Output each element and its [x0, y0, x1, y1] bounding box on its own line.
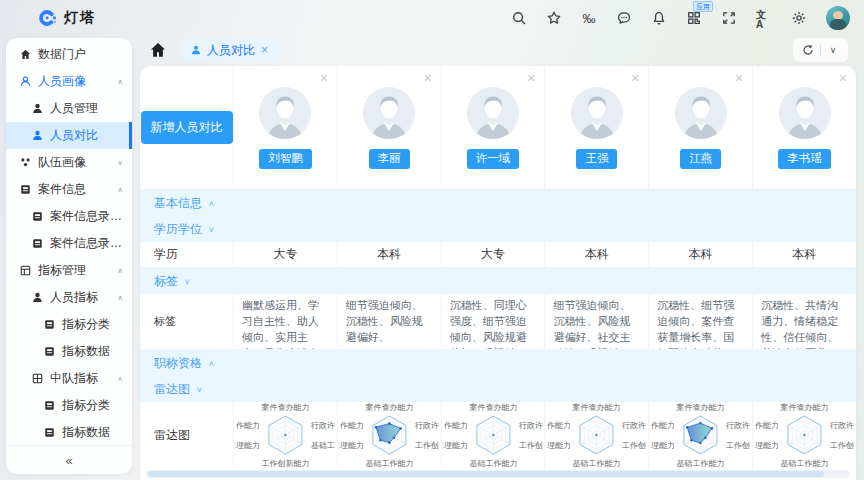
sidebar-item-0[interactable]: 数据门户: [6, 41, 132, 68]
sidebar-item-6[interactable]: 案件信息录入（中...: [6, 203, 132, 230]
svg-text:理能力: 理能力: [340, 441, 364, 450]
fullscreen-icon[interactable]: [721, 10, 737, 26]
svg-text:案件查办能力: 案件查办能力: [573, 403, 621, 412]
sidebar-item-13[interactable]: 指标分类: [6, 392, 132, 419]
sidebar-item-4[interactable]: 队伍画像∨: [6, 149, 132, 176]
chevron-down-icon[interactable]: ∨: [821, 42, 845, 58]
scrollbar-thumb[interactable]: [148, 471, 824, 477]
svg-text:行政许: 行政许: [725, 421, 750, 430]
topbar-actions: ‰应用文A: [511, 6, 850, 30]
sidebar-item-9[interactable]: 人员指标∧: [6, 284, 132, 311]
section-education-degree[interactable]: 学历学位 ∨: [140, 216, 856, 242]
settings-icon[interactable]: [791, 10, 807, 26]
section-titles-qualifications[interactable]: 职称资格 ∧: [140, 350, 856, 376]
education-value: 大专: [234, 242, 338, 267]
sidebar-item-10[interactable]: 指标分类: [6, 311, 132, 338]
svg-text:理能力: 理能力: [651, 441, 675, 450]
sidebar-item-1[interactable]: 人员画像∧: [6, 68, 132, 95]
tab-label: 人员对比: [207, 42, 255, 59]
sidebar-item-14[interactable]: 指标数据: [6, 419, 132, 445]
case-icon: [43, 399, 56, 412]
tags-value: 沉稳性、共情沟通力、情绪稳定性、信任倾向、普法宣传覆盖率、: [753, 294, 856, 349]
education-value: 大专: [442, 242, 546, 267]
person-name-badge[interactable]: 刘智鹏: [259, 149, 312, 169]
sidebar-item-label: 指标管理: [38, 262, 86, 279]
section-tags[interactable]: 标签 ∨: [140, 268, 856, 294]
remove-person-icon[interactable]: ×: [839, 71, 847, 85]
remove-person-icon[interactable]: ×: [320, 71, 328, 85]
svg-text:理能力: 理能力: [755, 441, 779, 450]
education-value: 本科: [649, 242, 753, 267]
person-name-badge[interactable]: 李书瑶: [778, 149, 831, 169]
sidebar-item-label: 指标数据: [62, 424, 110, 441]
sidebar-collapse-button[interactable]: «: [6, 445, 132, 474]
svg-text:工作创新能力: 工作创新能力: [261, 459, 309, 468]
svg-text:工作创: 工作创: [830, 441, 854, 450]
person-icon: [190, 44, 202, 56]
horizontal-scrollbar[interactable]: [146, 470, 850, 478]
sidebar-item-11[interactable]: 指标数据: [6, 338, 132, 365]
search-icon[interactable]: [511, 10, 527, 26]
sidebar-item-label: 人员指标: [50, 289, 98, 306]
chevron-up-icon: ∧: [208, 359, 215, 368]
star-icon[interactable]: [546, 10, 562, 26]
tab-person-compare[interactable]: 人员对比 ×: [180, 39, 278, 61]
user-icon: [31, 129, 44, 142]
bell-icon[interactable]: [651, 10, 667, 26]
sidebar-item-7[interactable]: 案件信息录入（人...: [6, 230, 132, 257]
svg-text:理能力: 理能力: [444, 441, 468, 450]
svg-text:案件查办能力: 案件查办能力: [365, 403, 413, 412]
add-person-compare-button[interactable]: 新增人员对比: [141, 111, 233, 144]
person-avatar: [570, 86, 624, 140]
sidebar: 数据门户人员画像∧人员管理人员对比队伍画像∨案件信息∧案件信息录入（中...案件…: [6, 38, 132, 474]
chevron-up-icon: ∧: [117, 186, 123, 194]
radar-chart-1: 案件查办能力行政许工作创基础工作能力理能力作能力: [338, 402, 442, 468]
chat-icon[interactable]: [616, 10, 632, 26]
remove-person-icon[interactable]: ×: [423, 71, 431, 85]
svg-text:理能力: 理能力: [547, 441, 571, 450]
person-name-badge[interactable]: 许一域: [467, 149, 520, 169]
tab-close-icon[interactable]: ×: [261, 43, 268, 57]
case-icon: [43, 345, 56, 358]
svg-text:理能力: 理能力: [236, 441, 260, 450]
refresh-icon[interactable]: [796, 42, 820, 58]
svg-text:工作创: 工作创: [622, 441, 646, 450]
chevron-up-icon: ∧: [117, 375, 123, 383]
app-logo-icon: [38, 8, 58, 28]
person-column-1: ×李丽: [338, 66, 442, 189]
apps-icon[interactable]: 应用: [686, 10, 702, 26]
sidebar-item-3[interactable]: 人员对比: [6, 122, 132, 149]
sidebar-item-2[interactable]: 人员管理: [6, 95, 132, 122]
person-column-0: ×刘智鹏: [234, 66, 338, 189]
sidebar-menu: 数据门户人员画像∧人员管理人员对比队伍画像∨案件信息∧案件信息录入（中...案件…: [6, 41, 132, 445]
sidebar-item-label: 数据门户: [38, 46, 86, 63]
sidebar-item-5[interactable]: 案件信息∧: [6, 176, 132, 203]
radar-chart-3: 案件查办能力行政许工作创基础工作能力理能力作能力: [545, 402, 649, 468]
svg-text:工作创: 工作创: [519, 441, 543, 450]
user-o-icon: [19, 75, 32, 88]
remove-person-icon[interactable]: ×: [631, 71, 639, 85]
remove-person-icon[interactable]: ×: [735, 71, 743, 85]
person-name-badge[interactable]: 王强: [576, 149, 617, 169]
translate-icon[interactable]: 文A: [756, 10, 772, 26]
svg-text:工作创: 工作创: [415, 441, 439, 450]
education-row: 学历 大专本科大专本科本科本科: [140, 242, 856, 268]
case-icon: [19, 183, 32, 196]
sidebar-item-8[interactable]: 指标管理∧: [6, 257, 132, 284]
user-avatar[interactable]: [826, 6, 850, 30]
case-icon: [43, 318, 56, 331]
home-icon[interactable]: [148, 40, 168, 60]
education-value: 本科: [338, 242, 442, 267]
section-basic-info[interactable]: 基本信息 ∧: [140, 190, 856, 216]
remove-person-icon[interactable]: ×: [527, 71, 535, 85]
person-name-badge[interactable]: 李丽: [369, 149, 410, 169]
sidebar-item-12[interactable]: 中队指标∧: [6, 365, 132, 392]
person-name-badge[interactable]: 江燕: [680, 149, 721, 169]
section-label: 标签: [154, 273, 178, 290]
chevron-down-icon: ∨: [117, 159, 123, 167]
section-radar[interactable]: 雷达图 ∨: [140, 376, 856, 402]
sidebar-item-label: 指标分类: [62, 316, 110, 333]
promille-icon[interactable]: ‰: [581, 10, 597, 26]
home-icon: [19, 48, 32, 61]
sidebar-item-label: 案件信息录入（中...: [50, 208, 132, 225]
